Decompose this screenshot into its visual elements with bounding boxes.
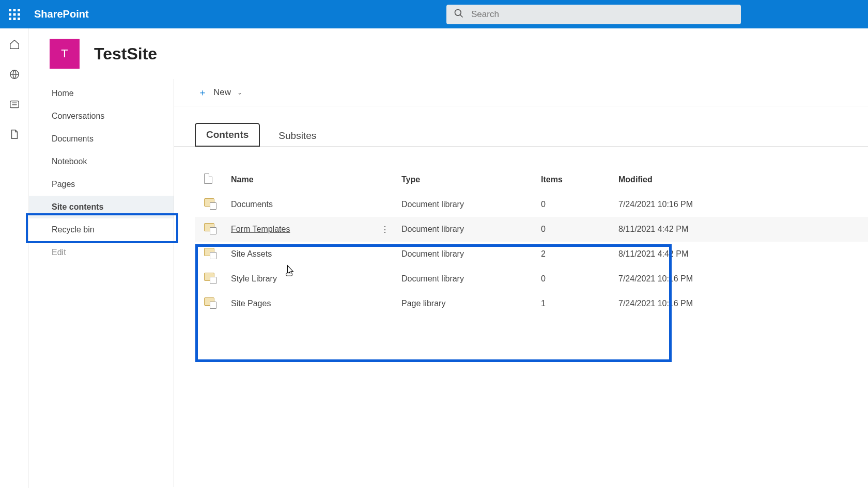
search-icon — [454, 8, 471, 21]
new-button-label: New — [213, 87, 231, 98]
svg-rect-5 — [18, 13, 20, 15]
nav-item-recycle-bin[interactable]: Recycle bin — [29, 218, 174, 241]
file-icon[interactable] — [9, 129, 20, 140]
table-row[interactable]: DocumentsDocument library07/24/2021 10:1… — [195, 192, 868, 217]
column-header-modified[interactable]: Modified — [618, 167, 868, 192]
site-logo[interactable]: T — [50, 39, 80, 69]
nav-item-pages[interactable]: Pages — [29, 173, 174, 196]
row-name[interactable]: Form Templates — [231, 225, 290, 233]
row-type: Page library — [401, 291, 541, 316]
row-items: 0 — [541, 217, 618, 242]
column-header-icon — [195, 167, 231, 192]
nav-edit-link[interactable]: Edit — [29, 241, 174, 264]
svg-rect-12 — [10, 101, 19, 108]
row-modified: 7/24/2021 10:16 PM — [618, 266, 868, 291]
tab-row: ContentsSubsites — [174, 106, 868, 147]
left-navigation: HomeConversationsDocumentsNotebookPagesS… — [29, 79, 174, 487]
table-row[interactable]: Style LibraryDocument library07/24/2021 … — [195, 266, 868, 291]
row-name[interactable]: Documents — [231, 200, 273, 209]
library-icon — [204, 297, 215, 308]
svg-rect-2 — [18, 9, 20, 11]
column-header-name[interactable]: Name — [231, 167, 381, 192]
svg-point-9 — [455, 9, 461, 15]
tab-subsites[interactable]: Subsites — [268, 125, 327, 147]
row-modified: 7/24/2021 10:16 PM — [618, 192, 868, 217]
svg-rect-3 — [9, 13, 11, 15]
row-modified: 7/24/2021 10:16 PM — [618, 291, 868, 316]
row-items: 1 — [541, 291, 618, 316]
more-icon[interactable]: ⋮ — [381, 225, 389, 234]
site-header: T TestSite — [29, 28, 868, 79]
document-icon — [204, 174, 212, 184]
table-row[interactable]: Form Templates⋮Document library08/11/202… — [195, 217, 868, 242]
row-type: Document library — [401, 266, 541, 291]
suite-bar: SharePoint — [0, 0, 868, 28]
library-icon — [204, 223, 215, 233]
library-icon — [204, 273, 215, 283]
svg-rect-4 — [13, 13, 16, 15]
new-button[interactable]: ＋ New ⌄ — [198, 86, 242, 99]
globe-icon[interactable] — [9, 69, 20, 80]
home-icon[interactable] — [9, 39, 20, 50]
svg-line-10 — [460, 14, 463, 17]
nav-item-conversations[interactable]: Conversations — [29, 105, 174, 128]
app-launcher-icon[interactable] — [8, 8, 21, 21]
row-items: 2 — [541, 242, 618, 266]
table-row[interactable]: Site PagesPage library17/24/2021 10:16 P… — [195, 291, 868, 316]
app-rail — [0, 28, 29, 488]
svg-rect-7 — [13, 18, 16, 20]
row-name[interactable]: Site Assets — [231, 249, 272, 258]
library-icon — [204, 198, 215, 209]
content-area: T TestSite HomeConversationsDocumentsNot… — [29, 28, 868, 488]
row-modified: 8/11/2021 4:42 PM — [618, 242, 868, 266]
row-items: 0 — [541, 266, 618, 291]
column-header-items[interactable]: Items — [541, 167, 618, 192]
site-title[interactable]: TestSite — [94, 44, 157, 64]
nav-item-home[interactable]: Home — [29, 82, 174, 105]
site-contents-table-wrap: Name Type Items Modified DocumentsDocume… — [174, 147, 868, 316]
nav-item-notebook[interactable]: Notebook — [29, 150, 174, 173]
row-type: Document library — [401, 242, 541, 266]
main-pane: ＋ New ⌄ ContentsSubsites Name Type Items — [174, 79, 868, 487]
chevron-down-icon: ⌄ — [237, 89, 242, 96]
search-box[interactable] — [446, 5, 741, 24]
command-bar: ＋ New ⌄ — [174, 79, 868, 106]
svg-rect-8 — [18, 18, 20, 20]
row-name[interactable]: Style Library — [231, 274, 277, 283]
plus-icon: ＋ — [198, 86, 207, 99]
nav-item-documents[interactable]: Documents — [29, 128, 174, 150]
svg-rect-1 — [13, 9, 16, 11]
row-name[interactable]: Site Pages — [231, 299, 271, 308]
site-contents-table: Name Type Items Modified DocumentsDocume… — [195, 167, 868, 316]
svg-rect-6 — [9, 18, 11, 20]
search-input[interactable] — [471, 9, 734, 20]
tab-contents[interactable]: Contents — [195, 123, 260, 147]
table-row[interactable]: Site AssetsDocument library28/11/2021 4:… — [195, 242, 868, 266]
nav-item-site-contents[interactable]: Site contents — [29, 196, 174, 218]
brand-name[interactable]: SharePoint — [34, 8, 89, 20]
svg-rect-0 — [9, 9, 11, 11]
row-type: Document library — [401, 217, 541, 242]
news-icon[interactable] — [9, 99, 20, 110]
row-type: Document library — [401, 192, 541, 217]
row-items: 0 — [541, 192, 618, 217]
column-header-type[interactable]: Type — [401, 167, 541, 192]
library-icon — [204, 248, 215, 258]
row-modified: 8/11/2021 4:42 PM — [618, 217, 868, 242]
